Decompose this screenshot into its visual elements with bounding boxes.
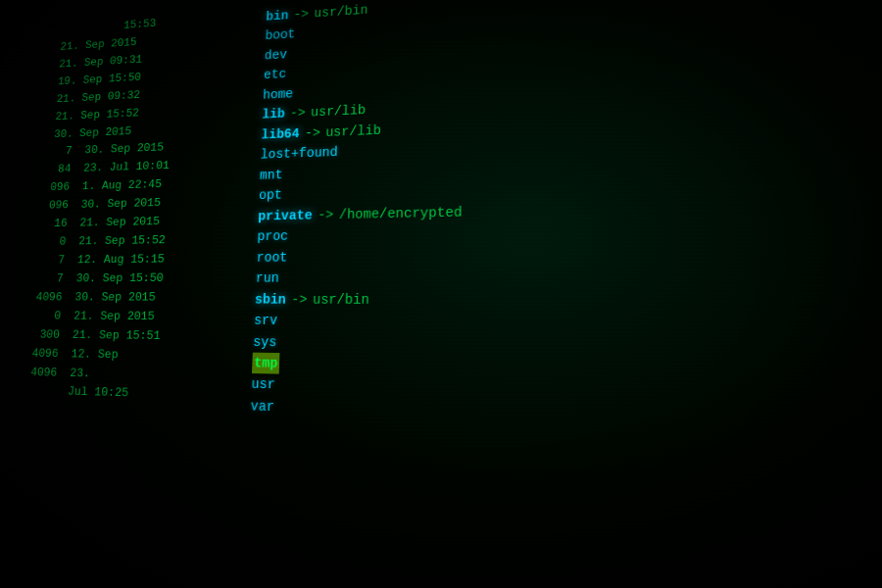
line-13: 7 12. Aug 15:15 [30, 250, 248, 270]
line-12: 0 21. Sep 15:52 [31, 230, 248, 252]
line-16: 0 21. Sep 2015 [26, 307, 246, 327]
terminal-content: 15:53 21. Sep 2015 21. Sep 09:31 19. Sep… [0, 0, 882, 588]
terminal-screen: 15:53 21. Sep 2015 21. Sep 09:31 19. Sep… [0, 0, 882, 588]
ls-output: 15:53 21. Sep 2015 21. Sep 09:31 19. Sep… [4, 0, 882, 451]
file-run: run [255, 264, 882, 289]
line-15: 4096 30. Sep 2015 [27, 288, 246, 308]
line-20: Jul 10:25 [21, 382, 242, 408]
left-column: 15:53 21. Sep 2015 21. Sep 09:31 19. Sep… [4, 8, 258, 416]
file-sbin: sbin -> usr/bin [255, 288, 882, 313]
line-14: 7 30. Sep 15:50 [29, 269, 247, 288]
right-column: bin -> usr/bin boot dev etc home lib [241, 0, 882, 439]
